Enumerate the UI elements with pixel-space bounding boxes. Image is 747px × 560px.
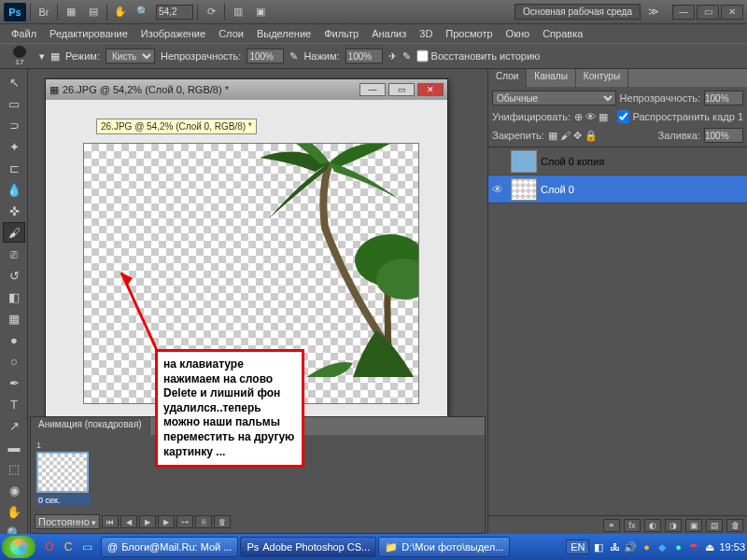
lock-all-icon[interactable]: 🔒 <box>585 130 598 141</box>
ql-desktop-icon[interactable]: ▭ <box>78 539 95 555</box>
loop-select[interactable]: Постоянно ▾ <box>35 514 100 529</box>
brush-panel-icon[interactable]: ▦ <box>50 50 60 63</box>
menu-window[interactable]: Окно <box>500 26 536 41</box>
layer-mask-button[interactable]: ◐ <box>644 519 661 532</box>
clock[interactable]: 19:53 <box>719 541 745 553</box>
expand-icon[interactable]: ≫ <box>644 4 663 21</box>
new-layer-button[interactable]: ▤ <box>706 519 723 532</box>
animation-frame[interactable]: 1 0 сек. <box>36 441 91 506</box>
history-brush-tool[interactable]: ↺ <box>3 265 25 286</box>
taskbar-task[interactable]: 📁D:\Мои фото\выдел... <box>378 537 510 557</box>
tray-icon[interactable]: ● <box>671 540 684 553</box>
layer-group-button[interactable]: ▣ <box>685 519 702 532</box>
tray-icon[interactable]: ● <box>640 540 653 553</box>
menu-layer[interactable]: Слои <box>213 26 249 41</box>
menu-view[interactable]: Просмотр <box>440 26 498 41</box>
crop-tool[interactable]: ⊏ <box>3 158 25 178</box>
brush-preview[interactable]: 17 <box>6 46 34 66</box>
first-frame-button[interactable]: ⏮ <box>102 515 119 528</box>
hand-icon[interactable]: ✋ <box>111 4 130 21</box>
document-titlebar[interactable]: ▦ 26.JPG @ 54,2% (Слой 0, RGB/8) * — ▭ ✕ <box>46 79 447 100</box>
lock-transparent-icon[interactable]: ▦ <box>548 130 557 141</box>
delete-frame-button[interactable]: 🗑 <box>214 515 231 528</box>
menu-3d[interactable]: 3D <box>414 26 438 41</box>
start-button[interactable] <box>2 536 35 558</box>
doc-close[interactable]: ✕ <box>417 83 444 96</box>
workspace-button[interactable]: Основная рабочая среда <box>514 4 641 20</box>
taskbar-task[interactable]: @Блоги@Mail.Ru: Мой ... <box>101 537 238 557</box>
eyedropper-tool[interactable]: 💧 <box>3 179 25 200</box>
tab-animation[interactable]: Анимация (покадровая) <box>31 417 150 435</box>
menu-select[interactable]: Выделение <box>251 26 317 41</box>
flow-pressure-icon[interactable]: ✎ <box>402 50 411 63</box>
tab-paths[interactable]: Контуры <box>576 69 628 87</box>
shape-tool[interactable]: ▬ <box>3 437 25 457</box>
doc-minimize[interactable]: — <box>359 83 386 96</box>
tab-channels[interactable]: Каналы <box>527 69 576 87</box>
unify-visibility-icon[interactable]: 👁 <box>585 111 596 122</box>
screen-mode-icon[interactable]: ▣ <box>251 4 270 21</box>
layer-fx-button[interactable]: fx <box>624 519 641 532</box>
tab-layers[interactable]: Слои <box>488 69 527 87</box>
ql-chrome-icon[interactable]: C <box>60 539 77 555</box>
tray-antivirus-icon[interactable]: ☂ <box>687 540 700 553</box>
heal-tool[interactable]: ✜ <box>3 201 25 221</box>
pen-tool[interactable]: ✒ <box>3 372 25 393</box>
history-checkbox[interactable] <box>416 49 429 63</box>
move-tool[interactable]: ↖ <box>3 72 25 92</box>
close-button[interactable]: ✕ <box>721 5 743 20</box>
tray-icon[interactable]: ◧ <box>592 540 605 553</box>
prev-frame-button[interactable]: ◀ <box>120 515 137 528</box>
3d-camera-tool[interactable]: ◉ <box>3 480 25 500</box>
menu-analysis[interactable]: Анализ <box>366 26 412 41</box>
blend-mode-select[interactable]: Обычные <box>492 91 616 105</box>
next-frame-button[interactable]: ▶ <box>158 515 175 528</box>
layer-opacity-input[interactable] <box>704 91 743 105</box>
menu-edit[interactable]: Редактирование <box>44 26 134 41</box>
path-tool[interactable]: ↗ <box>3 415 25 436</box>
play-button[interactable]: ▶ <box>139 515 156 528</box>
type-tool[interactable]: T <box>3 394 25 414</box>
tray-usb-icon[interactable]: ⏏ <box>703 540 716 553</box>
marquee-tool[interactable]: ▭ <box>3 93 25 114</box>
tween-button[interactable]: ⊶ <box>176 515 193 528</box>
view-grid-icon[interactable]: ▤ <box>84 4 103 21</box>
minimize-button[interactable]: — <box>672 5 695 20</box>
wand-tool[interactable]: ✦ <box>3 136 25 157</box>
unify-position-icon[interactable]: ⊕ <box>574 111 583 122</box>
arrange-icon[interactable]: ▥ <box>229 4 247 21</box>
delete-layer-button[interactable]: 🗑 <box>726 519 743 532</box>
maximize-button[interactable]: ▭ <box>697 5 719 20</box>
view-extras-icon[interactable]: ▦ <box>62 4 80 21</box>
tray-icon[interactable]: ◆ <box>655 540 669 553</box>
zoom-input[interactable] <box>156 5 193 20</box>
opacity-pressure-icon[interactable]: ✎ <box>289 50 298 63</box>
zoom-icon[interactable]: 🔍 <box>134 4 152 21</box>
tray-network-icon[interactable]: 🖧 <box>608 540 621 553</box>
adjustment-layer-button[interactable]: ◑ <box>665 519 682 532</box>
layer-name[interactable]: Слой 0 <box>541 184 574 195</box>
menu-file[interactable]: Файл <box>6 26 42 41</box>
dodge-tool[interactable]: ○ <box>3 351 25 371</box>
fill-input[interactable] <box>704 128 743 143</box>
language-indicator[interactable]: EN <box>566 539 589 554</box>
eraser-tool[interactable]: ◧ <box>3 287 25 307</box>
duplicate-frame-button[interactable]: ⎘ <box>195 515 212 528</box>
layer-name[interactable]: Слой 0 копия <box>541 156 604 167</box>
mode-select[interactable]: Кисть <box>106 49 155 63</box>
visibility-toggle[interactable]: 👁 <box>492 183 507 196</box>
lock-position-icon[interactable]: ✥ <box>573 130 582 141</box>
ql-opera-icon[interactable]: O <box>41 539 58 555</box>
layer-row[interactable]: 👁 Слой 0 <box>488 175 747 203</box>
frame-duration[interactable]: 0 сек. <box>36 495 91 506</box>
layer-row[interactable]: Слой 0 копия <box>488 147 747 175</box>
tray-volume-icon[interactable]: 🔊 <box>624 540 637 553</box>
lasso-tool[interactable]: ⊃ <box>3 115 25 135</box>
taskbar-task[interactable]: PsAdobe Photoshop CS... <box>240 537 376 557</box>
menu-help[interactable]: Справка <box>537 26 588 41</box>
hand-tool[interactable]: ✋ <box>3 501 25 522</box>
link-layers-button[interactable]: ⚭ <box>603 519 620 532</box>
rotate-icon[interactable]: ⟳ <box>202 4 220 21</box>
lock-pixels-icon[interactable]: 🖌 <box>560 130 571 141</box>
gradient-tool[interactable]: ▦ <box>3 308 25 329</box>
